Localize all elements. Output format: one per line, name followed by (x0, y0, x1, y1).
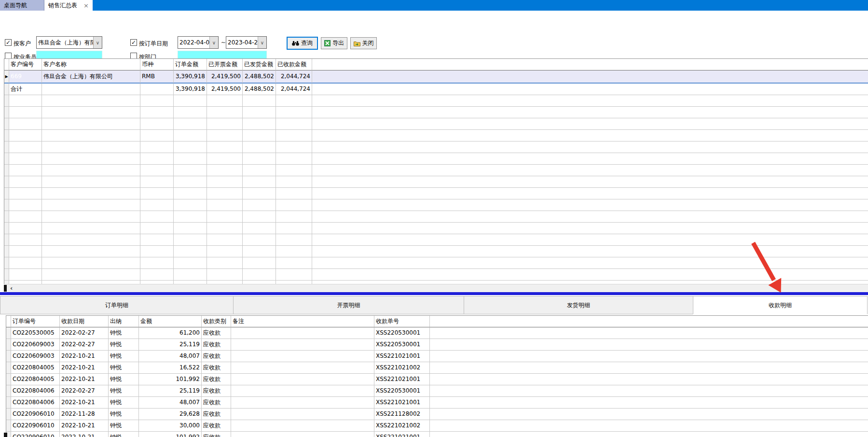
row-selector[interactable] (6, 351, 11, 362)
row-selector[interactable] (6, 420, 11, 432)
table-row[interactable]: CO2206090032022-02-27钟悦25,119应收款XSS22053… (6, 339, 868, 351)
date-to-select[interactable]: 2023-04-29 ∨ (226, 36, 267, 49)
tab-sales-summary[interactable]: 销售汇总表 × (44, 0, 93, 11)
cell[interactable]: XSS220530001 (374, 327, 430, 339)
cell[interactable]: 应收款 (202, 397, 231, 409)
row-selector[interactable] (4, 84, 9, 95)
row-selector[interactable] (6, 327, 11, 339)
cell[interactable]: 2,044,724 (276, 84, 312, 95)
cell[interactable]: 2022-10-21 (60, 397, 109, 409)
cell[interactable]: 2022-11-28 (60, 409, 109, 420)
cell[interactable]: 应收款 (202, 385, 231, 397)
row-selector[interactable] (6, 385, 11, 397)
cell[interactable]: 2,488,502 (243, 84, 276, 95)
cell[interactable]: XSS221021002 (374, 420, 430, 432)
cell[interactable]: CO220530005 (11, 327, 60, 339)
cell[interactable]: 应收款 (202, 374, 231, 385)
cell[interactable]: 钟悦 (109, 409, 139, 420)
cell[interactable]: 钟悦 (109, 432, 139, 437)
panel-splitter[interactable] (0, 292, 868, 295)
cell[interactable]: 2022-10-21 (60, 362, 109, 374)
cell[interactable]: 3,390,918 (174, 70, 207, 84)
table-row[interactable]: 合计3,390,9182,419,5002,488,5022,044,724 (4, 84, 868, 95)
export-button[interactable]: 导出 (321, 37, 347, 49)
cell[interactable]: 应收款 (202, 351, 231, 362)
chevron-down-icon[interactable]: ∨ (258, 37, 266, 48)
cell[interactable] (231, 339, 374, 351)
column-header[interactable]: 收款单号 (374, 316, 430, 327)
cell[interactable]: 29,628 (139, 409, 202, 420)
cell[interactable]: 应收款 (202, 420, 231, 432)
cell[interactable]: 101,992 (139, 432, 202, 437)
cell[interactable]: 应收款 (202, 409, 231, 420)
table-row[interactable]: CO2208040052022-10-21钟悦16,522应收款XSS22102… (6, 362, 868, 374)
close-tab-icon[interactable]: × (83, 2, 89, 9)
cell[interactable]: 2022-02-27 (60, 339, 109, 351)
chevron-down-icon[interactable]: ∨ (93, 37, 102, 48)
cell[interactable]: 2022-02-27 (60, 327, 109, 339)
cell[interactable]: XSS221021001 (374, 351, 430, 362)
detail-hscroll-thumb[interactable] (4, 433, 7, 437)
cell[interactable]: 钟悦 (109, 327, 139, 339)
cell[interactable]: 钟悦 (109, 397, 139, 409)
cell[interactable] (231, 397, 374, 409)
column-header[interactable]: 订单金额 (174, 59, 207, 70)
cell[interactable]: 合计 (9, 84, 42, 95)
column-header[interactable]: 客户名称 (42, 59, 140, 70)
cell[interactable] (231, 374, 374, 385)
cell[interactable]: 48,007 (139, 397, 202, 409)
column-header[interactable]: 订单编号 (11, 316, 60, 327)
cell[interactable]: XSS221128002 (374, 409, 430, 420)
close-button[interactable]: 关闭 (350, 37, 377, 49)
summary-hscrollbar[interactable]: ‹ (4, 284, 868, 292)
table-row[interactable]: CO2208040062022-10-21钟悦48,007应收款XSS22102… (6, 397, 868, 409)
cell[interactable]: XSS221021001 (374, 374, 430, 385)
cell[interactable]: 钟悦 (109, 420, 139, 432)
cell[interactable]: 应收款 (202, 362, 231, 374)
cell[interactable]: 钟悦 (109, 374, 139, 385)
cell[interactable]: 2,419,500 (207, 84, 243, 95)
row-selector[interactable] (6, 409, 11, 420)
column-header[interactable]: 币种 (140, 59, 174, 70)
cell[interactable]: 2022-10-21 (60, 351, 109, 362)
cell[interactable] (231, 420, 374, 432)
cell[interactable]: 应收款 (202, 339, 231, 351)
hscroll-thumb[interactable] (4, 285, 7, 292)
column-header[interactable]: 收款类别 (202, 316, 231, 327)
row-selector[interactable]: ▶ (4, 70, 9, 84)
column-header[interactable]: 出纳 (109, 316, 139, 327)
tab-shipment-detail[interactable]: 发货明细 (464, 296, 693, 314)
table-row[interactable]: CO2208040062022-02-27钟悦25,119应收款XSS22053… (6, 385, 868, 397)
cell[interactable]: 25,119 (139, 339, 202, 351)
row-selector[interactable] (6, 374, 11, 385)
cell[interactable]: CO220804006 (11, 385, 60, 397)
cell[interactable]: XSS221021002 (374, 362, 430, 374)
cell[interactable]: 2022-10-21 (60, 374, 109, 385)
cell[interactable]: 2022-10-21 (60, 420, 109, 432)
column-header[interactable]: 收款日期 (60, 316, 109, 327)
cell[interactable]: XSS221021001 (374, 397, 430, 409)
cell[interactable]: 2022-10-21 (60, 432, 109, 437)
cell[interactable]: CO220906010 (11, 420, 60, 432)
cell[interactable] (231, 385, 374, 397)
column-header[interactable]: 已收款金额 (276, 59, 312, 70)
tab-receipt-detail[interactable]: 收款明细 (693, 296, 868, 314)
cell[interactable]: 101,992 (139, 374, 202, 385)
cell[interactable]: XSS220530001 (374, 385, 430, 397)
cell[interactable] (42, 84, 140, 95)
cell[interactable]: XSS220530001 (374, 339, 430, 351)
chevron-down-icon[interactable]: ∨ (209, 37, 218, 48)
cell[interactable]: CO220609003 (11, 351, 60, 362)
cell[interactable]: CO220906010 (11, 432, 60, 437)
table-row[interactable]: CO2209060102022-11-28钟悦29,628应收款XSS22112… (6, 409, 868, 420)
tab-order-detail[interactable]: 订单明细 (0, 296, 234, 314)
customer-select[interactable]: 伟旦合金（上海）有限公 ∨ (36, 36, 102, 49)
cell[interactable]: 2,419,500 (207, 70, 243, 84)
by-order-date-checkbox[interactable]: ✓ (130, 39, 137, 46)
scroll-left-icon[interactable]: ‹ (10, 284, 13, 292)
cell[interactable]: 30,000 (139, 420, 202, 432)
cell[interactable]: 应收款 (202, 327, 231, 339)
cell[interactable]: 3,390,918 (174, 84, 207, 95)
cell[interactable] (231, 409, 374, 420)
cell[interactable]: 应收款 (202, 432, 231, 437)
